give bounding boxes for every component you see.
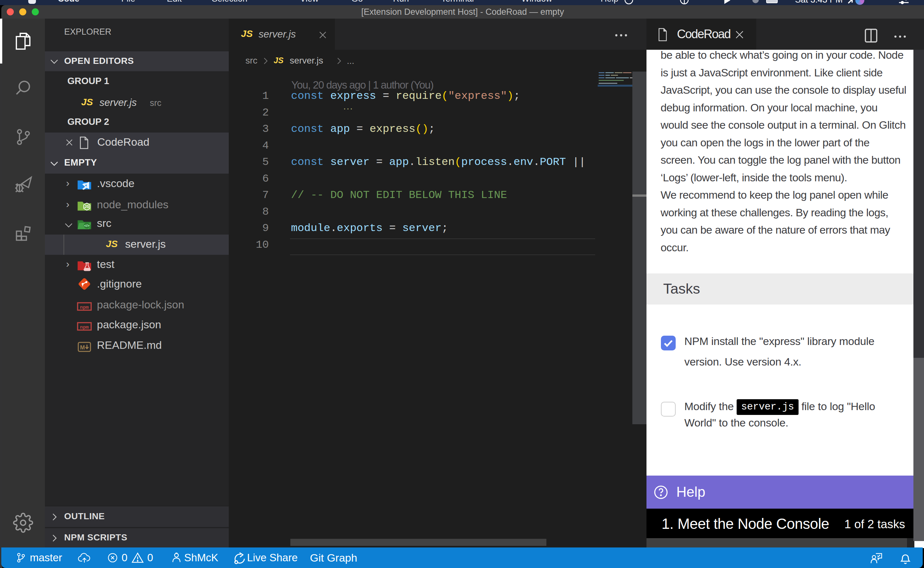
svg-text:npm: npm [80,325,89,330]
svg-text:JS: JS [84,204,89,209]
svg-text:npm: npm [80,305,89,310]
svg-text:M: M [80,344,85,351]
svg-text:</>: </> [84,224,89,228]
